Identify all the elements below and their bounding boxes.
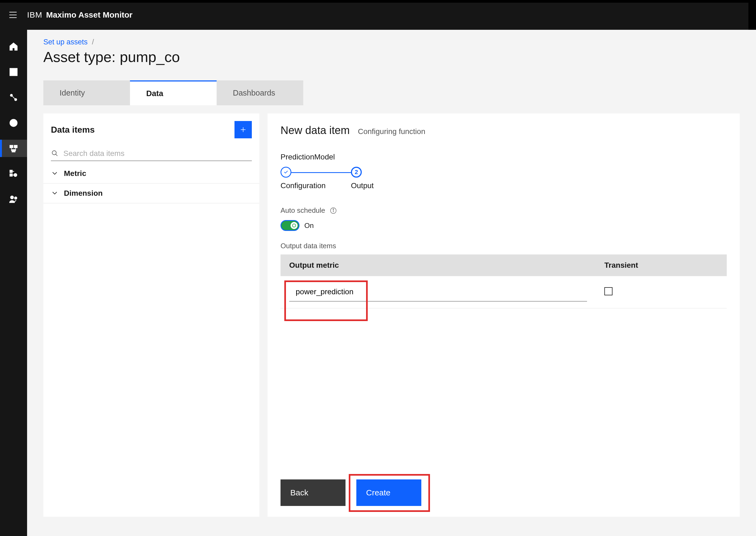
step-number: 2	[355, 169, 358, 176]
tab-dashboards[interactable]: Dashboards	[217, 81, 303, 105]
step-label: Output	[351, 182, 374, 190]
compass-icon	[9, 118, 18, 128]
toggle-knob	[291, 222, 297, 229]
top-bar: IBM Maximo Asset Monitor	[0, 0, 756, 30]
step-label: Configuration	[281, 182, 326, 190]
setup-icon	[9, 144, 18, 153]
search-icon	[51, 150, 59, 157]
progress-step-configuration[interactable]: Configuration	[281, 167, 351, 190]
page-title: Asset type: pump_co	[43, 49, 740, 65]
svg-point-19	[11, 196, 14, 199]
sidenav-users[interactable]	[0, 190, 27, 208]
auto-schedule-label: Auto schedule	[281, 206, 325, 215]
svg-rect-14	[10, 170, 13, 173]
sidenav-explore[interactable]	[0, 114, 27, 132]
brand: IBM Maximo Asset Monitor	[27, 10, 132, 19]
create-button[interactable]: Create	[356, 480, 421, 506]
catalog-icon	[9, 169, 18, 179]
svg-line-5	[13, 96, 15, 99]
progress-step-output[interactable]: 2 Output	[351, 167, 421, 190]
output-items-label: Output data items	[281, 242, 727, 250]
sidenav-dashboards[interactable]	[0, 63, 27, 81]
plus-icon	[239, 126, 247, 133]
auto-schedule-toggle[interactable]	[281, 220, 299, 231]
hamburger-icon	[8, 10, 18, 20]
main-area: Set up assets / Asset type: pump_co Iden…	[27, 30, 756, 536]
output-metric-input[interactable]	[289, 283, 587, 302]
step-complete-circle	[281, 167, 292, 178]
connections-icon	[9, 93, 18, 102]
info-icon[interactable]	[329, 207, 337, 215]
new-item-title: New data item	[281, 124, 350, 136]
svg-rect-15	[10, 174, 13, 176]
home-icon	[9, 42, 18, 51]
svg-rect-0	[10, 69, 17, 76]
data-item-label: Metric	[64, 169, 86, 178]
data-items-search[interactable]	[51, 149, 252, 161]
auto-schedule-label-row: Auto schedule	[281, 206, 727, 215]
auto-schedule-toggle-row: On	[281, 220, 727, 231]
chevron-down-icon	[51, 189, 58, 197]
new-item-subtitle: Configuring function	[358, 127, 426, 136]
sidenav-setup[interactable]	[0, 140, 27, 157]
action-row: Back Create	[281, 480, 421, 506]
metric-cell	[281, 276, 596, 308]
progress-indicator: Configuration 2 Output	[281, 167, 727, 190]
sidenav-home[interactable]	[0, 38, 27, 55]
side-nav	[0, 30, 27, 536]
data-items-title: Data items	[51, 125, 95, 135]
users-icon	[9, 194, 18, 204]
topbar-right-accent	[748, 0, 756, 30]
col-transient: Transient	[596, 254, 727, 276]
output-table: Output metric Transient	[281, 254, 727, 308]
breadcrumb-root[interactable]: Set up assets	[43, 38, 88, 46]
new-item-header: New data item Configuring function	[281, 124, 727, 136]
data-item-metric[interactable]: Metric	[43, 164, 259, 184]
menu-toggle[interactable]	[4, 10, 22, 20]
sidenav-catalog[interactable]	[0, 165, 27, 183]
grid-icon	[9, 67, 18, 77]
progress-connector	[292, 172, 351, 173]
svg-point-16	[14, 174, 17, 177]
back-button[interactable]: Back	[281, 480, 346, 506]
svg-point-4	[14, 98, 17, 101]
data-items-panel: Data items Metric Dimension	[43, 114, 259, 517]
data-items-header: Data items	[43, 114, 259, 144]
search-input[interactable]	[63, 149, 252, 158]
create-button-wrap: Create	[356, 480, 421, 506]
tab-identity[interactable]: Identity	[43, 81, 130, 105]
data-item-label: Dimension	[64, 189, 103, 198]
breadcrumb-separator: /	[92, 38, 94, 46]
tabs: Identity Data Dashboards	[43, 81, 740, 105]
svg-point-3	[10, 94, 13, 97]
page-header: Set up assets / Asset type: pump_co Iden…	[27, 30, 756, 105]
sidenav-connections[interactable]	[0, 89, 27, 106]
svg-rect-8	[14, 145, 17, 148]
new-data-item-panel: New data item Configuring function Predi…	[267, 114, 740, 517]
brand-prefix: IBM	[27, 10, 42, 19]
svg-rect-9	[12, 150, 15, 152]
table-row	[281, 276, 727, 308]
tab-data[interactable]: Data	[130, 81, 217, 105]
check-icon	[283, 169, 289, 175]
breadcrumb: Set up assets /	[43, 38, 740, 46]
chevron-down-icon	[51, 170, 58, 177]
top-strip	[0, 0, 756, 3]
add-data-item-button[interactable]	[234, 121, 252, 138]
brand-name: Maximo Asset Monitor	[46, 10, 132, 19]
svg-rect-7	[10, 145, 13, 148]
model-name-label: PredictionModel	[281, 153, 727, 161]
content-row: Data items Metric Dimension	[27, 105, 756, 528]
transient-cell	[596, 276, 727, 308]
col-output-metric: Output metric	[281, 254, 596, 276]
svg-point-20	[14, 197, 17, 199]
transient-checkbox[interactable]	[604, 287, 612, 295]
data-item-dimension[interactable]: Dimension	[43, 184, 259, 203]
toggle-state-label: On	[304, 221, 314, 230]
step-current-circle: 2	[351, 167, 362, 178]
svg-point-23	[333, 209, 333, 210]
